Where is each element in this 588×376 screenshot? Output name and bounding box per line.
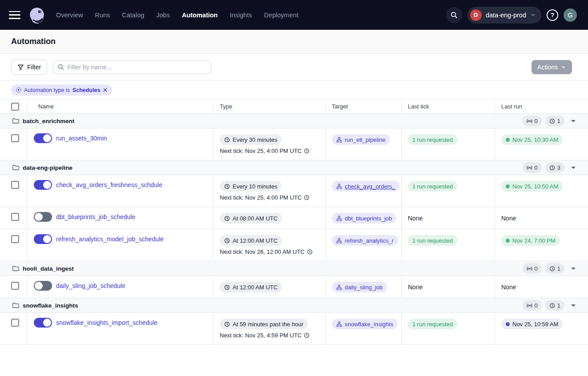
row-checkbox[interactable] (11, 319, 19, 327)
schedule-type-pill: Every 30 minutes (220, 134, 282, 145)
job-graph-icon (336, 137, 342, 143)
folder-icon (12, 265, 19, 272)
next-tick-text: Next tick: Nov 25, 4:59 PM UTC (220, 332, 310, 339)
collapse-group-caret[interactable] (571, 268, 576, 270)
nav-item-insights[interactable]: Insights (230, 12, 252, 19)
schedule-toggle[interactable] (34, 281, 52, 291)
target-pill[interactable]: dbt_blueprints_job (332, 213, 396, 224)
automations-table: Name Type Target Last tick Last run batc… (0, 99, 588, 345)
folder-icon (12, 302, 19, 309)
row-checkbox[interactable] (11, 213, 19, 221)
clock-icon (224, 238, 230, 244)
last-run-pill[interactable]: Nov 25, 10:30 AM (501, 134, 563, 145)
column-header-name: Name (28, 100, 213, 113)
nav-item-deployment[interactable]: Deployment (264, 12, 298, 19)
schedule-name-link[interactable]: check_avg_orders_freshness_schdule (56, 180, 162, 189)
folder-icon (12, 117, 19, 124)
column-header-target: Target (326, 100, 402, 113)
search-icon (451, 12, 458, 19)
deployment-name: data-eng-prod (486, 12, 526, 19)
remove-filter-icon[interactable] (103, 88, 108, 92)
table-header-row: Name Type Target Last tick Last run (0, 100, 588, 114)
last-run-none: None (501, 213, 516, 224)
last-run-none: None (501, 282, 516, 292)
schedule-toggle[interactable] (34, 133, 52, 143)
nav-item-jobs[interactable]: Jobs (156, 12, 170, 19)
table-row: check_avg_orders_freshness_schdule Every… (0, 175, 588, 207)
row-checkbox[interactable] (11, 134, 19, 142)
group-row-snowflake-insights: snowflake_insights 0 1 (0, 298, 588, 313)
last-tick-pill[interactable]: 1 run requested (408, 134, 457, 145)
last-tick-pill[interactable]: 1 run requested (408, 319, 457, 329)
group-badges: 0 1 (523, 263, 576, 274)
row-checkbox[interactable] (11, 235, 19, 243)
deployment-badge: D (470, 9, 482, 21)
active-filters-row: Automation type is Schedules (0, 81, 588, 99)
run-status-dot (506, 239, 510, 243)
clock-icon (304, 195, 310, 200)
page-title: Automation (11, 37, 56, 46)
nav-item-automation[interactable]: Automation (182, 12, 218, 19)
collapse-group-caret[interactable] (571, 120, 576, 122)
deployment-switcher[interactable]: D data-eng-prod (467, 7, 541, 24)
select-all-checkbox[interactable] (11, 103, 19, 111)
search-icon (58, 64, 64, 70)
filter-button[interactable]: Filter (11, 60, 47, 75)
collapse-group-caret[interactable] (571, 304, 576, 307)
schedule-toggle[interactable] (34, 212, 52, 222)
group-name: batch_enrichment (23, 118, 74, 124)
collapse-group-caret[interactable] (571, 167, 576, 169)
target-pill[interactable]: snowflake_insights (332, 319, 398, 329)
column-header-last-run: Last run (495, 100, 588, 113)
schedule-type-pill: At 12:00 AM UTC (220, 282, 282, 292)
schedule-toggle[interactable] (34, 318, 52, 328)
target-pill[interactable]: refresh_analytics_r (332, 235, 398, 246)
schedule-type-pill: At 12:00 AM UTC (220, 235, 282, 246)
group-badges: 0 1 (523, 300, 576, 311)
hamburger-menu-icon[interactable] (9, 11, 20, 19)
schedule-name-link[interactable]: run_assets_30min (56, 134, 107, 143)
schedule-toggle[interactable] (34, 180, 52, 190)
target-pill[interactable]: check_avg_orders_ (332, 181, 399, 192)
nav-item-overview[interactable]: Overview (56, 12, 83, 19)
last-run-pill[interactable]: Nov 25, 10:59 AM (501, 319, 563, 329)
automation-condition-icon (16, 87, 21, 93)
dagster-logo[interactable] (28, 6, 46, 24)
target-pill[interactable]: run_etl_pipeline (332, 134, 390, 145)
help-button[interactable]: ? (547, 9, 558, 21)
sensor-count-badge: 0 (523, 116, 542, 126)
last-run-pill[interactable]: Nov 25, 10:50 AM (501, 181, 563, 192)
clock-icon (304, 148, 310, 154)
job-graph-icon (336, 284, 342, 290)
nav-item-catalog[interactable]: Catalog (122, 12, 144, 19)
actions-button[interactable]: Actions (532, 60, 572, 74)
row-checkbox[interactable] (11, 181, 19, 189)
group-badges: 0 1 (523, 116, 576, 126)
last-run-pill[interactable]: Nov 24, 7:00 PM (501, 235, 560, 246)
filter-chip-automation-type[interactable]: Automation type is Schedules (11, 84, 112, 96)
schedule-name-link[interactable]: snowflake_insights_import_schedule (56, 318, 157, 327)
user-avatar[interactable]: G (564, 8, 577, 22)
schedule-name-link[interactable]: refresh_analytics_model_job_schedule (56, 235, 164, 244)
global-search-button[interactable] (446, 7, 462, 23)
nav-item-runs[interactable]: Runs (95, 12, 110, 19)
job-graph-icon (336, 184, 342, 189)
schedule-toggle[interactable] (34, 234, 52, 244)
schedule-count-badge: 3 (545, 162, 564, 173)
schedule-type-pill: Every 10 minutes (220, 181, 282, 192)
filter-chip-prefix: Automation type is (24, 87, 70, 93)
table-row: refresh_analytics_model_job_schedule At … (0, 229, 588, 261)
folder-icon (12, 164, 19, 171)
clock-icon (224, 216, 230, 221)
row-checkbox[interactable] (11, 282, 19, 290)
last-tick-pill[interactable]: 1 run requested (408, 181, 457, 192)
next-tick-text: Next tick: Nov 25, 4:00 PM UTC (220, 148, 310, 154)
name-filter-input[interactable] (67, 64, 206, 71)
column-header-type: Type (213, 100, 326, 113)
next-tick-text: Next tick: Nov 26, 12:00 AM UTC (220, 248, 313, 255)
run-status-dot (506, 138, 510, 142)
target-pill[interactable]: daily_sling_job (332, 282, 387, 292)
last-tick-pill[interactable]: 1 run requested (408, 235, 457, 246)
schedule-name-link[interactable]: dbt_blueprints_job_schedule (56, 212, 135, 221)
schedule-name-link[interactable]: daily_sling_job_schedule (56, 281, 125, 290)
